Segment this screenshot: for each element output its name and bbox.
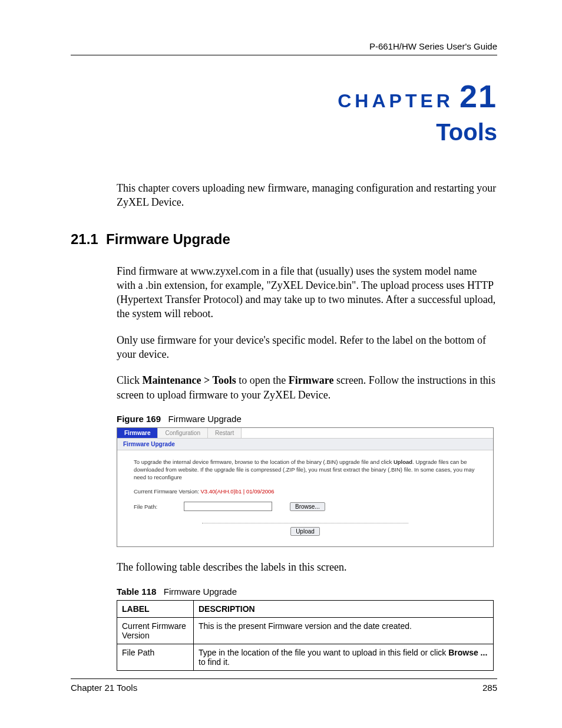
footer-right: 285 bbox=[482, 683, 497, 693]
page-footer: Chapter 21 Tools 285 bbox=[71, 678, 497, 693]
screenshot-body: To upgrade the internal device firmware,… bbox=[117, 450, 493, 546]
file-path-input[interactable] bbox=[184, 502, 272, 511]
version-label: Current Firmware Version: bbox=[134, 488, 201, 495]
footer-left: Chapter 21 Tools bbox=[71, 683, 137, 693]
description-table: LABEL DESCRIPTION Current Firmware Versi… bbox=[117, 600, 494, 671]
cell-desc-post: to find it. bbox=[199, 657, 230, 667]
cell-desc-pre: Type in the location of the file you wan… bbox=[199, 648, 448, 657]
section-number: 21.1 bbox=[71, 231, 98, 247]
paragraph-1: Find firmware at www.zyxel.com in a file… bbox=[117, 264, 497, 321]
tab-restart[interactable]: Restart bbox=[208, 428, 242, 438]
cell-label: Current Firmware Version bbox=[117, 617, 194, 644]
upload-row: Upload bbox=[134, 527, 477, 536]
paragraph-3: Click Maintenance > Tools to open the Fi… bbox=[117, 373, 497, 402]
browse-button[interactable]: Browse... bbox=[290, 502, 325, 511]
th-description: DESCRIPTION bbox=[194, 600, 494, 617]
table-row: File Path Type in the location of the fi… bbox=[117, 644, 494, 670]
p3-bold1: Maintenance > Tools bbox=[143, 374, 236, 386]
p3-mid: to open the bbox=[236, 374, 289, 386]
screenshot-divider bbox=[202, 523, 408, 523]
th-label: LABEL bbox=[117, 600, 194, 617]
ss-desc-pre: To upgrade the internal device firmware,… bbox=[134, 459, 394, 465]
screenshot-panel-title: Firmware Upgrade bbox=[117, 439, 493, 450]
ss-desc-bold: Upload bbox=[394, 459, 412, 465]
screenshot-version: Current Firmware Version: V3.40(AHH.0)b1… bbox=[134, 488, 477, 495]
table-row: Current Firmware Version This is the pre… bbox=[117, 617, 494, 644]
table-head-row: LABEL DESCRIPTION bbox=[117, 600, 494, 617]
table-title: Firmware Upgrade bbox=[164, 587, 237, 597]
intro-paragraph: This chapter covers uploading new firmwa… bbox=[117, 181, 497, 210]
chapter-number: 21 bbox=[459, 78, 497, 114]
screenshot-desc: To upgrade the internal device firmware,… bbox=[134, 459, 477, 481]
table-label: Table 118 bbox=[117, 587, 156, 597]
table-caption: Table 118 Firmware Upgrade bbox=[117, 587, 497, 597]
screenshot-tabs: Firmware Configuration Restart bbox=[117, 428, 493, 439]
p3-bold2: Firmware bbox=[289, 374, 334, 386]
chapter-label: CHAPTER bbox=[338, 90, 454, 112]
paragraph-2: Only use firmware for your device's spec… bbox=[117, 333, 497, 362]
upload-button[interactable]: Upload bbox=[290, 527, 320, 536]
chapter-line: CHAPTER 21 bbox=[71, 78, 497, 114]
p3-pre: Click bbox=[117, 374, 143, 386]
figure-caption: Figure 169 Firmware Upgrade bbox=[117, 414, 497, 424]
tab-firmware[interactable]: Firmware bbox=[117, 428, 158, 438]
file-path-row: File Path: Browse... bbox=[134, 502, 477, 511]
cell-desc-bold: Browse ... bbox=[448, 648, 487, 657]
cell-label: File Path bbox=[117, 644, 194, 670]
tab-configuration[interactable]: Configuration bbox=[158, 428, 207, 438]
figure-title: Firmware Upgrade bbox=[168, 414, 242, 424]
section-title: Firmware Upgrade bbox=[106, 231, 230, 247]
cell-desc: This is the present Firmware version and… bbox=[194, 617, 494, 644]
firmware-screenshot: Firmware Configuration Restart Firmware … bbox=[117, 427, 494, 547]
figure-label: Figure 169 bbox=[117, 414, 161, 424]
cell-desc: Type in the location of the file you wan… bbox=[194, 644, 494, 670]
chapter-heading: CHAPTER 21 Tools bbox=[71, 78, 497, 146]
file-path-label: File Path: bbox=[134, 503, 166, 510]
page-header: P-661H/HW Series User's Guide bbox=[71, 41, 497, 55]
chapter-title: Tools bbox=[71, 119, 497, 146]
version-value: V3.40(AHH.0)b1 | 01/09/2006 bbox=[201, 488, 275, 495]
section-heading: 21.1 Firmware Upgrade bbox=[71, 231, 497, 248]
paragraph-4: The following table describes the labels… bbox=[117, 560, 497, 574]
guide-title: P-661H/HW Series User's Guide bbox=[369, 41, 497, 51]
